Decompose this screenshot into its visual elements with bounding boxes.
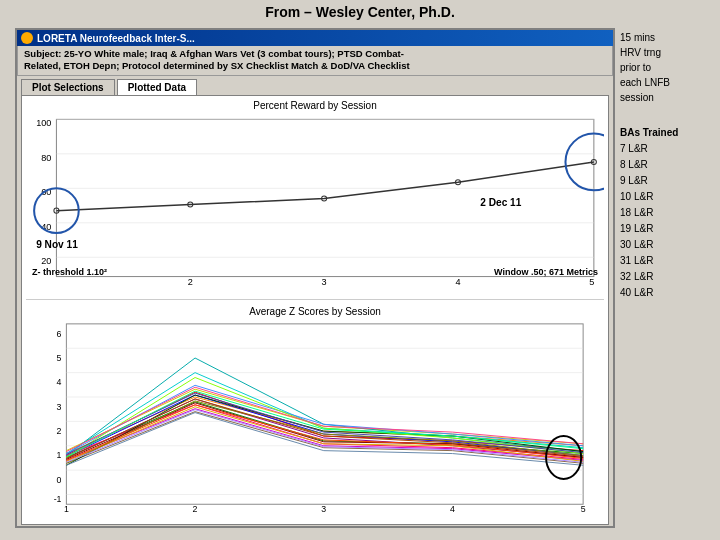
top-chart: Percent Reward by Session 100 80 60 40 2… [26, 100, 604, 300]
bottom-chart: Average Z Scores by Session 6 5 4 3 2 1 … [26, 306, 604, 516]
bas-trained-section: BAs Trained 7 L&R 8 L&R 9 L&R 10 L&R 18 … [620, 125, 710, 301]
z-threshold-label: Z- threshold 1.10² [32, 267, 107, 277]
hrv-note-text: 15 mins HRV trng prior to each LNFB sess… [620, 32, 670, 103]
page-title: From – Wesley Center, Ph.D. [0, 0, 720, 22]
bas-item-3: 9 L&R [620, 173, 710, 189]
bas-item-10: 40 L&R [620, 285, 710, 301]
svg-text:1: 1 [64, 504, 69, 514]
bottom-chart-svg: 6 5 4 3 2 1 0 -1 1 2 [26, 319, 604, 514]
bottom-chart-title: Average Z Scores by Session [26, 306, 604, 317]
subject-info: Subject: 25-YO White male; Iraq & Afghan… [17, 46, 613, 76]
bas-item-5: 18 L&R [620, 205, 710, 221]
tab-plot-selections[interactable]: Plot Selections [21, 79, 115, 95]
bas-item-2: 8 L&R [620, 157, 710, 173]
svg-text:2: 2 [188, 276, 193, 286]
window-title-text: LORETA Neurofeedback Inter-S... [37, 33, 195, 44]
svg-text:4: 4 [57, 377, 62, 387]
svg-text:5: 5 [581, 504, 586, 514]
svg-text:4: 4 [455, 276, 460, 286]
svg-text:3: 3 [57, 401, 62, 411]
svg-text:80: 80 [41, 153, 51, 163]
top-chart-title: Percent Reward by Session [26, 100, 604, 111]
svg-text:2: 2 [57, 426, 62, 436]
bas-item-8: 31 L&R [620, 253, 710, 269]
svg-text:2: 2 [193, 504, 198, 514]
window-icon [21, 32, 33, 44]
bas-item-4: 10 L&R [620, 189, 710, 205]
svg-text:2 Dec 11: 2 Dec 11 [480, 196, 521, 207]
subject-line1: Subject: 25-YO White male; Iraq & Afghan… [24, 48, 404, 59]
bas-title: BAs Trained [620, 125, 710, 141]
charts-area: Percent Reward by Session 100 80 60 40 2… [21, 95, 609, 525]
hrv-note: 15 mins HRV trng prior to each LNFB sess… [620, 30, 710, 105]
svg-text:1: 1 [57, 450, 62, 460]
svg-text:0: 0 [57, 474, 62, 484]
bas-item-7: 30 L&R [620, 237, 710, 253]
svg-text:9 Nov 11: 9 Nov 11 [36, 239, 78, 250]
window-titlebar: LORETA Neurofeedback Inter-S... [17, 30, 613, 46]
svg-text:6: 6 [57, 328, 62, 338]
top-chart-svg: 100 80 60 40 20 2 3 4 5 [26, 113, 604, 288]
main-window: LORETA Neurofeedback Inter-S... Subject:… [15, 28, 615, 528]
bas-item-6: 19 L&R [620, 221, 710, 237]
bas-item-1: 7 L&R [620, 141, 710, 157]
subject-line2: Related, ETOH Depn; Protocol determined … [24, 60, 410, 71]
tabs-bar: Plot Selections Plotted Data [17, 76, 613, 95]
bas-item-9: 32 L&R [620, 269, 710, 285]
svg-text:-1: -1 [54, 494, 62, 504]
svg-text:3: 3 [321, 504, 326, 514]
svg-text:20: 20 [41, 256, 51, 266]
svg-text:3: 3 [322, 276, 327, 286]
tab-plotted-data[interactable]: Plotted Data [117, 79, 197, 95]
svg-text:100: 100 [36, 118, 51, 128]
svg-text:5: 5 [589, 276, 594, 286]
window-info-label: Window .50; 671 Metrics [494, 267, 598, 277]
svg-text:5: 5 [57, 353, 62, 363]
svg-text:4: 4 [450, 504, 455, 514]
right-sidebar: 15 mins HRV trng prior to each LNFB sess… [620, 30, 710, 301]
